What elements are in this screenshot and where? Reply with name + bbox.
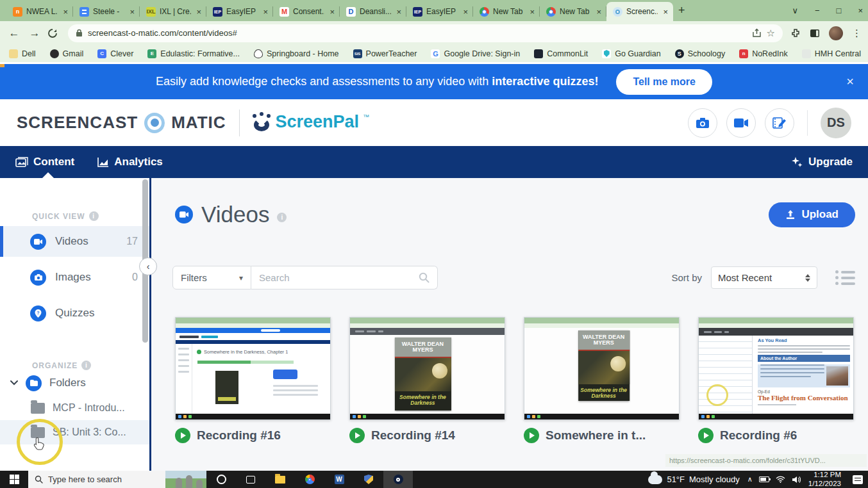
tab-consent[interactable]: MConsent...× xyxy=(273,2,340,21)
tab-deanslist[interactable]: DDeansli...× xyxy=(340,2,406,21)
nav-tab-analytics[interactable]: Analytics xyxy=(97,156,163,168)
tab-close-icon[interactable]: × xyxy=(395,7,403,17)
tab-close-icon[interactable]: × xyxy=(195,7,203,17)
video-card[interactable]: WALTER DEAN MYERS Somewhere in the Darkn… xyxy=(349,317,505,443)
sidebar-item-videos[interactable]: Videos 17 xyxy=(0,226,149,257)
back-button[interactable]: ← xyxy=(6,27,22,40)
bookmark-gmail[interactable]: Gmail xyxy=(50,49,84,58)
search-highlight-image[interactable] xyxy=(165,471,206,488)
extensions-puzzle-icon[interactable] xyxy=(790,28,801,38)
bookmark-hmh[interactable]: HMH Central xyxy=(802,49,861,58)
banner-close-icon[interactable]: × xyxy=(846,74,854,89)
video-title[interactable]: Recording #16 xyxy=(197,428,281,443)
tab-newtab-2[interactable]: New Tab× xyxy=(540,2,606,21)
info-icon[interactable]: i xyxy=(81,361,91,370)
video-title[interactable]: Recording #6 xyxy=(720,428,797,443)
info-icon[interactable]: i xyxy=(277,213,287,222)
sidebar-item-quizzes[interactable]: ? Quizzes xyxy=(0,298,149,329)
tab-ixl[interactable]: IXLIXL | Cre...× xyxy=(140,2,206,21)
taskbar-clock[interactable]: 1:12 PM 1/12/2023 xyxy=(808,471,841,487)
new-tab-button[interactable]: + xyxy=(678,4,685,17)
bookmark-clever[interactable]: CClever xyxy=(97,49,133,58)
upgrade-button[interactable]: Upgrade xyxy=(790,156,853,168)
address-bar[interactable]: screencast-o-matic.com/content/videos# ☆ xyxy=(68,24,783,42)
start-button[interactable] xyxy=(0,471,28,488)
sidebar-collapse-button[interactable]: ‹ xyxy=(139,257,157,275)
bookmark-noredink[interactable]: nNoRedInk xyxy=(739,49,788,58)
battery-icon[interactable] xyxy=(759,476,769,482)
tab-steele[interactable]: Steele -× xyxy=(73,2,140,21)
url-text[interactable]: screencast-o-matic.com/content/videos# xyxy=(88,28,747,38)
taskbar-app-taskview[interactable] xyxy=(236,471,265,488)
info-icon[interactable]: i xyxy=(89,211,99,221)
bookmark-schoology[interactable]: SSchoology xyxy=(675,49,725,58)
bookmark-powerteacher[interactable]: SISPowerTeacher xyxy=(353,49,417,58)
window-minimize-button[interactable]: − xyxy=(815,6,820,15)
screenpal-logo[interactable]: ScreenPal ™ xyxy=(253,112,370,133)
notification-center-icon[interactable] xyxy=(853,475,863,484)
nav-tab-content[interactable]: Content xyxy=(15,156,74,168)
tab-close-icon[interactable]: × xyxy=(528,7,536,17)
forward-button[interactable]: → xyxy=(27,27,42,40)
bookmark-commonlit[interactable]: CommonLit xyxy=(534,49,588,58)
tab-newtab-1[interactable]: New Tab× xyxy=(473,2,540,21)
taskbar-app-explorer[interactable] xyxy=(265,471,295,488)
video-thumbnail[interactable]: WALTER DEAN MYERS Somewhere in the Darkn… xyxy=(349,317,505,420)
taskbar-weather[interactable]: 51°F Mostly cloudy xyxy=(648,475,739,484)
list-view-toggle-icon[interactable] xyxy=(835,270,855,285)
search-box[interactable] xyxy=(251,266,438,289)
sidebar-item-folders[interactable]: Folders xyxy=(0,370,149,396)
search-input[interactable] xyxy=(259,272,419,283)
tab-nwea[interactable]: nNWEA L...× xyxy=(6,2,73,21)
speaker-icon[interactable] xyxy=(792,476,801,484)
tab-easyiep-2[interactable]: IEPEasyIEP× xyxy=(406,2,473,21)
tab-search-chevron-icon[interactable]: ∨ xyxy=(792,6,798,15)
record-video-button[interactable] xyxy=(726,108,756,138)
upload-button[interactable]: Upload xyxy=(769,202,855,227)
video-card[interactable]: Somewhere in the Darkness, Chapter 1 Rec… xyxy=(175,317,331,443)
taskbar-app-shield[interactable] xyxy=(354,471,383,488)
taskbar-app-cortana[interactable] xyxy=(206,471,236,488)
bookmark-goguardian[interactable]: Go Guardian xyxy=(602,49,661,58)
browser-profile-avatar[interactable] xyxy=(829,26,843,40)
reload-button[interactable] xyxy=(47,28,63,38)
screenshot-camera-button[interactable] xyxy=(688,108,717,138)
tab-close-icon[interactable]: × xyxy=(128,7,136,17)
browser-menu-icon[interactable]: ⋮ xyxy=(852,28,862,39)
tab-close-icon[interactable]: × xyxy=(662,7,669,17)
bookmark-springboard[interactable]: Springboard - Home xyxy=(254,49,339,58)
sidebar-item-images[interactable]: Images 0 xyxy=(0,262,149,293)
taskbar-app-word[interactable]: W xyxy=(324,471,354,488)
tray-expand-icon[interactable]: ∧ xyxy=(747,475,753,484)
bookmark-dell[interactable]: Dell xyxy=(9,49,36,58)
tab-easyiep-1[interactable]: IEPEasyIEP× xyxy=(206,2,273,21)
window-maximize-button[interactable]: □ xyxy=(837,6,842,15)
video-thumbnail[interactable]: WALTER DEAN MYERS Somewhere in the Darkn… xyxy=(524,317,680,420)
video-card[interactable]: WALTER DEAN MYERS Somewhere in the Darkn… xyxy=(524,317,680,443)
side-panel-icon[interactable] xyxy=(810,29,820,38)
bookmark-gdrive[interactable]: GGoogle Drive: Sign-in xyxy=(431,49,520,58)
sort-select[interactable]: Most Recent xyxy=(711,266,817,289)
taskbar-app-screenpal[interactable] xyxy=(383,471,413,488)
chevron-down-icon[interactable] xyxy=(10,380,18,386)
video-thumbnail[interactable]: Somewhere in the Darkness, Chapter 1 xyxy=(175,317,331,420)
user-avatar[interactable]: DS xyxy=(821,108,851,138)
video-title[interactable]: Recording #14 xyxy=(371,428,455,443)
wifi-icon[interactable] xyxy=(776,476,785,483)
bookmark-edulastic[interactable]: EEdulastic: Formative... xyxy=(147,49,240,58)
tab-close-icon[interactable]: × xyxy=(328,7,336,17)
folder-item-mcp[interactable]: MCP - Introdu... xyxy=(0,396,149,420)
tab-close-icon[interactable]: × xyxy=(595,7,603,17)
taskbar-app-chrome[interactable] xyxy=(295,471,324,488)
video-title[interactable]: Somewhere in t... xyxy=(546,428,646,443)
share-icon[interactable] xyxy=(752,28,762,38)
tab-close-icon[interactable]: × xyxy=(62,7,69,17)
window-close-button[interactable]: × xyxy=(858,6,863,15)
video-card[interactable]: As You Read About the Author Op-Ed The F… xyxy=(698,317,854,443)
screencast-o-matic-logo[interactable]: SCREENCAST MATIC xyxy=(17,113,226,133)
tab-close-icon[interactable]: × xyxy=(462,7,469,17)
video-thumbnail[interactable]: As You Read About the Author Op-Ed The F… xyxy=(698,317,854,420)
tab-screencast-active[interactable]: Screenc...× xyxy=(606,2,673,21)
filters-dropdown[interactable]: Filters ▾ xyxy=(172,266,251,289)
search-icon[interactable] xyxy=(419,272,430,283)
